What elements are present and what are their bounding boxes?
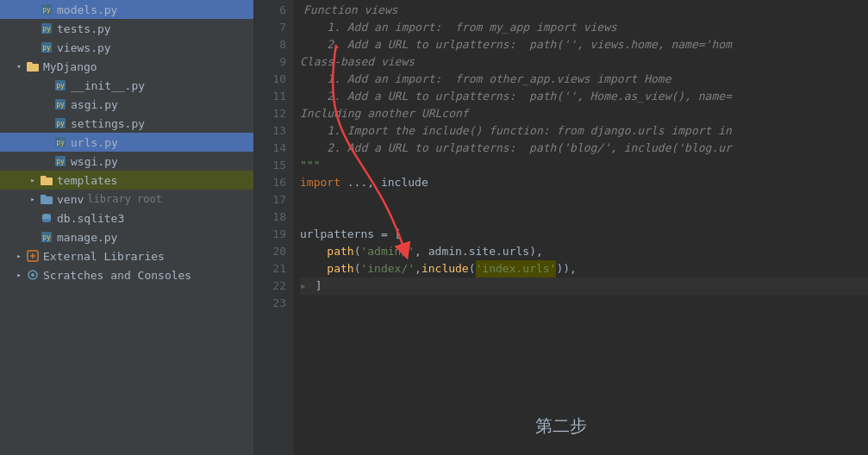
code-line: ▸ ] [300, 277, 868, 295]
line-number: 23 [254, 295, 286, 312]
line-numbers: 67891011121314151617181920212223 [254, 0, 293, 455]
sidebar-item-external-libs[interactable]: ▸ External Libraries [0, 246, 253, 265]
expand-arrow-manage-py [28, 232, 38, 242]
python-file-icon: py [40, 41, 53, 54]
step-label: 第二步 [535, 414, 587, 438]
tree-item-label: venv [57, 193, 84, 206]
svg-text:py: py [56, 82, 65, 90]
sidebar-item-db-sqlite3[interactable]: db.sqlite3 [0, 209, 253, 228]
expand-arrow-models-py [28, 4, 38, 15]
sidebar-item-templates[interactable]: ▸ templates [0, 171, 253, 190]
svg-text:py: py [56, 120, 65, 128]
line-number: 14 [254, 140, 286, 157]
code-line [300, 209, 868, 226]
tree-item-label: wsgi.py [71, 155, 118, 168]
line-number: 8 [254, 36, 286, 53]
python-file-icon: py [53, 116, 67, 130]
code-line: 2. Add a URL to urlpatterns: path('', Ho… [300, 88, 868, 105]
expand-arrow-tests-py [28, 23, 38, 34]
line-number: 17 [254, 191, 286, 209]
sidebar-item-views-py[interactable]: py views.py [0, 38, 253, 57]
code-line [300, 295, 868, 312]
expand-arrow-wsgi-py [41, 156, 52, 166]
code-line: """ [300, 157, 868, 174]
tree-item-label: External Libraries [43, 250, 165, 263]
python-file-icon: py [53, 78, 67, 92]
svg-point-25 [31, 273, 34, 277]
sidebar-item-models-py[interactable]: py models.py [0, 0, 253, 19]
line-number: 15 [254, 157, 286, 174]
python-file-icon: py [40, 22, 53, 35]
python-file-icon: py [40, 230, 53, 244]
code-line [300, 191, 868, 209]
line-number: 22 [254, 277, 286, 295]
tree-item-label: asgi.py [71, 98, 118, 111]
tree-item-label: Scratches and Consoles [43, 269, 191, 282]
line-number: 20 [254, 243, 286, 260]
tree-item-label: views.py [57, 41, 111, 54]
svg-point-18 [42, 219, 51, 222]
svg-text:py: py [56, 158, 65, 165]
code-line: Class-based views [300, 53, 868, 71]
db-file-icon [40, 211, 53, 225]
svg-text:py: py [42, 44, 51, 52]
venv-folder-icon [40, 192, 53, 206]
sidebar-item-wsgi-py[interactable]: py wsgi.py [0, 152, 253, 171]
sidebar-item-settings-py[interactable]: py settings.py [0, 114, 253, 133]
code-line: Function views [300, 2, 868, 19]
expand-arrow-views-py [28, 42, 38, 53]
code-line: path('index/',include('index.urls')), [300, 260, 868, 277]
sidebar-item-scratches[interactable]: ▸ Scratches and Consoles [0, 265, 253, 284]
folder-icon [40, 173, 53, 187]
sidebar-item-urls-py[interactable]: py urls.py [0, 133, 253, 152]
folder-icon [26, 59, 40, 73]
python-file-icon: py [53, 97, 67, 111]
scratch-icon [26, 268, 40, 282]
expand-arrow-settings-py [41, 118, 52, 128]
expand-arrow-db-sqlite3 [28, 213, 38, 223]
tree-item-label: templates [57, 174, 117, 187]
svg-text:py: py [42, 25, 51, 33]
python-file-icon: py [53, 135, 67, 149]
expand-arrow-external-libs: ▸ [14, 251, 24, 261]
tree-item-label: db.sqlite3 [57, 212, 124, 225]
code-line: import ..., include [300, 174, 868, 191]
tree-item-label: manage.py [57, 231, 117, 244]
sidebar-item-tests-py[interactable]: py tests.py [0, 19, 253, 38]
tree-item-label: urls.py [71, 136, 118, 149]
file-tree: py models.py py tests.py py views.py▾ My… [0, 0, 254, 455]
code-line: Including another URLconf [300, 105, 868, 122]
code-line: 1. Import the include() function: from d… [300, 122, 868, 140]
line-number: 13 [254, 122, 286, 140]
expand-arrow-mydjango: ▾ [14, 61, 24, 72]
line-number: 19 [254, 226, 286, 243]
sidebar-item-mydjango[interactable]: ▾ MyDjango [0, 57, 253, 76]
code-editor: 67891011121314151617181920212223 Functio… [254, 0, 868, 455]
code-line: urlpatterns = [ [300, 226, 868, 243]
svg-text:py: py [56, 139, 65, 146]
tree-item-label: models.py [57, 3, 117, 16]
code-line: path('admin/', admin.site.urls), [300, 243, 868, 260]
tree-item-label: MyDjango [43, 60, 97, 73]
line-number: 21 [254, 260, 286, 277]
sidebar-item-manage-py[interactable]: py manage.py [0, 228, 253, 246]
tree-item-label: __init__.py [71, 79, 145, 92]
code-line: 1. Add an import: from my_app import vie… [300, 19, 868, 36]
svg-text:py: py [56, 101, 65, 109]
code-line: 2. Add a URL to urlpatterns: path('', vi… [300, 36, 868, 53]
line-number: 6 [254, 2, 286, 19]
tree-item-label: tests.py [57, 22, 111, 35]
line-number: 18 [254, 209, 286, 226]
line-number: 11 [254, 88, 286, 105]
tree-item-label: settings.py [71, 117, 145, 130]
sidebar-item-asgi-py[interactable]: py asgi.py [0, 95, 253, 114]
sidebar-item-venv[interactable]: ▸ venvlibrary root [0, 190, 253, 209]
external-libs-icon [26, 249, 40, 263]
line-number: 16 [254, 174, 286, 191]
expand-arrow-templates: ▸ [28, 175, 38, 185]
expand-arrow-urls-py [41, 137, 52, 147]
python-file-icon: py [53, 154, 67, 168]
code-line: 2. Add a URL to urlpatterns: path('blog/… [300, 140, 868, 157]
expand-arrow-venv: ▸ [28, 194, 38, 204]
sidebar-item-init-py[interactable]: py __init__.py [0, 76, 253, 95]
